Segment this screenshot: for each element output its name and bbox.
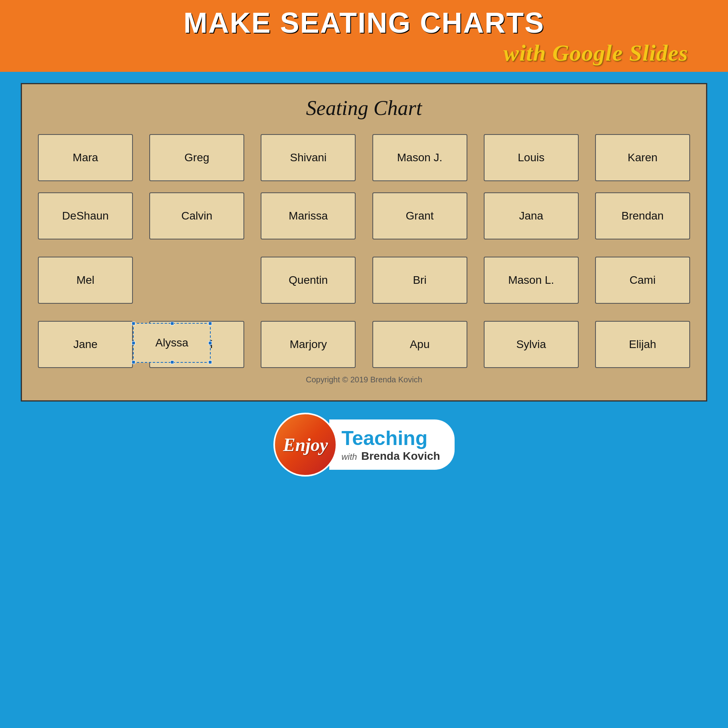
handle-bm[interactable] <box>170 360 174 364</box>
handle-tm[interactable] <box>170 322 174 325</box>
seat-mel[interactable]: Mel <box>38 257 133 304</box>
seat-brendan[interactable]: Brendan <box>595 192 690 239</box>
chart-container: Seating Chart Mara Greg Shivani Mason J.… <box>21 83 707 402</box>
handle-ml[interactable] <box>132 341 135 345</box>
header-title: MAKE SEATING CHARTS <box>16 7 712 39</box>
logo-enjoy-circle: Enjoy <box>273 413 337 477</box>
seat-calvin[interactable]: Calvin <box>149 192 244 239</box>
seating-row-3: Mel Quentin Bri Mason L. Cami <box>38 251 690 310</box>
handle-mr[interactable] <box>208 341 212 345</box>
seat-greg[interactable]: Greg <box>149 134 244 181</box>
seat-mason-l[interactable]: Mason L. <box>484 257 579 304</box>
seat-alyssa-selected[interactable]: Alyssa <box>133 323 211 363</box>
alyssa-placeholder <box>149 257 244 304</box>
seat-mason-j[interactable]: Mason J. <box>372 134 467 181</box>
handle-tr[interactable] <box>208 322 212 325</box>
logo-with-text: with <box>341 452 357 462</box>
seat-karen[interactable]: Karen <box>595 134 690 181</box>
header-subtitle: with Google Slides <box>16 40 712 66</box>
seat-marissa[interactable]: Marissa <box>261 192 356 239</box>
seating-row-1: Mara Greg Shivani Mason J. Louis Karen <box>38 134 690 181</box>
logo-name-text: Brenda Kovich <box>361 450 440 462</box>
seat-cami[interactable]: Cami <box>595 257 690 304</box>
handle-bl[interactable] <box>132 360 135 364</box>
seat-bri[interactable]: Bri <box>372 257 467 304</box>
handle-br[interactable] <box>208 360 212 364</box>
logo-text-block: Teaching with Brenda Kovich <box>329 419 454 470</box>
seat-quentin[interactable]: Quentin <box>261 257 356 304</box>
header-banner: MAKE SEATING CHARTS with Google Slides <box>0 0 728 72</box>
seat-shivani[interactable]: Shivani <box>261 134 356 181</box>
seat-louis[interactable]: Louis <box>484 134 579 181</box>
chart-title: Seating Chart <box>38 96 690 120</box>
bottom-logo: Enjoy Teaching with Brenda Kovich <box>273 413 454 477</box>
logo-enjoy-text: Enjoy <box>283 434 328 455</box>
seating-row-2: DeShaun Calvin Marissa Grant Jana Brenda… <box>38 192 690 239</box>
seat-jana[interactable]: Jana <box>484 192 579 239</box>
seat-sylvia[interactable]: Sylvia <box>484 321 579 368</box>
seat-elijah[interactable]: Elijah <box>595 321 690 368</box>
logo-teaching-text: Teaching <box>341 427 427 450</box>
seat-deshaun[interactable]: DeShaun <box>38 192 133 239</box>
seat-mara[interactable]: Mara <box>38 134 133 181</box>
seat-jane[interactable]: Jane <box>38 321 133 368</box>
seat-apu[interactable]: Apu <box>372 321 467 368</box>
copyright: Copyright © 2019 Brenda Kovich <box>38 375 690 384</box>
seat-marjory[interactable]: Marjory <box>261 321 356 368</box>
handle-tl[interactable] <box>132 322 135 325</box>
alyssa-label: Alyssa <box>155 336 188 349</box>
seat-grant[interactable]: Grant <box>372 192 467 239</box>
